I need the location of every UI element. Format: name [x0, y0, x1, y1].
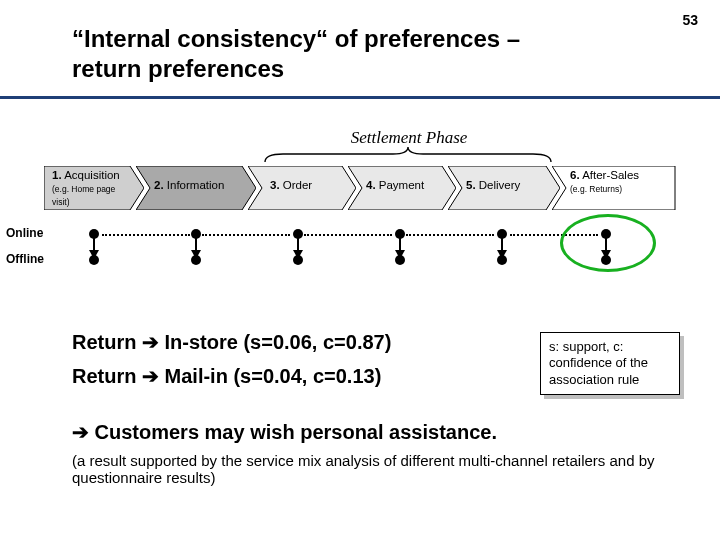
phase-information: 2. Information — [136, 166, 256, 210]
bullet-pre: Return — [72, 365, 142, 387]
title-line-1: “Internal consistency“ of preferences – — [72, 25, 520, 52]
title-underline — [0, 96, 720, 99]
phase-row: 1. Acquisition(e.g. Home page visit) 2. … — [44, 166, 676, 210]
arrow-right-icon: ➔ — [142, 365, 159, 387]
phase-order: 3. Order — [248, 166, 356, 210]
phase-name: Order — [283, 179, 312, 191]
phase-name: Delivery — [479, 179, 521, 191]
phase-num: 5. — [466, 179, 476, 191]
phase-name: Information — [167, 179, 225, 191]
phase-num: 4. — [366, 179, 376, 191]
arrow-right-icon: ➔ — [142, 331, 159, 353]
brace-icon — [263, 146, 553, 164]
phase-num: 2. — [154, 179, 164, 191]
phase-sub: (e.g. Home page visit) — [52, 184, 115, 207]
page-title: “Internal consistency“ of preferences – … — [72, 24, 520, 84]
process-diagram: Settlement Phase 1. Acquisition(e.g. Hom… — [44, 128, 676, 308]
phase-name: After-Sales — [582, 169, 639, 181]
channel-offline-label: Offline — [6, 252, 44, 266]
page-number: 53 — [682, 12, 698, 28]
phase-acquisition: 1. Acquisition(e.g. Home page visit) — [44, 166, 144, 210]
phase-sub: (e.g. Returns) — [570, 184, 622, 194]
phase-delivery: 5. Delivery — [448, 166, 560, 210]
legend-box: s: support, c: confidence of the associa… — [540, 332, 680, 395]
phase-num: 1. — [52, 169, 62, 181]
channel-online-label: Online — [6, 226, 43, 240]
phase-name: Acquisition — [64, 169, 120, 181]
phase-payment: 4. Payment — [348, 166, 456, 210]
title-line-2: return preferences — [72, 55, 284, 82]
legend-text: s: support, c: confidence of the associa… — [540, 332, 680, 395]
highlight-ellipse — [560, 214, 656, 272]
phase-after-sales: 6. After-Sales(e.g. Returns) — [552, 166, 676, 210]
arrow-down-icon — [395, 250, 405, 259]
bullet-pre: Return — [72, 331, 142, 353]
support-text: (a result supported by the service mix a… — [72, 452, 680, 486]
bullet-post: In-store (s=0.06, c=0.87) — [159, 331, 391, 353]
arrow-down-icon — [89, 250, 99, 259]
settlement-phase-label: Settlement Phase — [334, 128, 484, 148]
bullet-post: Mail-in (s=0.04, c=0.13) — [159, 365, 381, 387]
arrow-down-icon — [191, 250, 201, 259]
phase-name: Payment — [379, 179, 424, 191]
phase-num: 3. — [270, 179, 280, 191]
arrow-down-icon — [497, 250, 507, 259]
arrow-right-icon: ➔ — [72, 421, 89, 443]
phase-num: 6. — [570, 169, 580, 181]
conclusion-text: Customers may wish personal assistance. — [89, 421, 497, 443]
arrow-down-icon — [293, 250, 303, 259]
conclusion-line: ➔ Customers may wish personal assistance… — [72, 420, 680, 444]
slide: 53 “Internal consistency“ of preferences… — [0, 0, 720, 540]
